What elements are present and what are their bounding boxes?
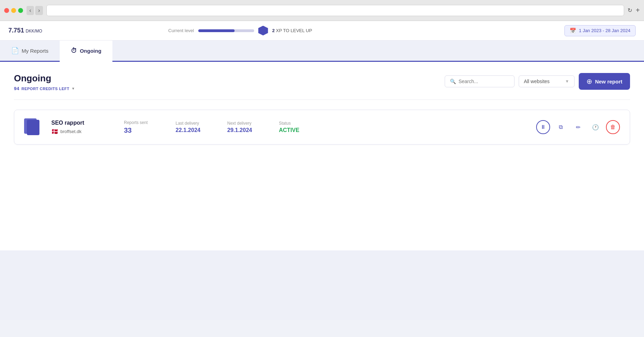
page-title-section: Ongoing 94 REPORT CREDITS LEFT ▼ (14, 73, 75, 91)
report-name: SEO rapport (51, 120, 114, 126)
domain-text: broffset.dk (60, 129, 81, 134)
close-button[interactable] (4, 8, 9, 13)
header-controls: 🔍 All websites ▼ ⊕ New report (445, 73, 630, 90)
price-display: 7.751 DKK/MO (8, 27, 42, 34)
report-card: SEO rapport 🇩🇰 broffset.dk Reports sent … (14, 110, 630, 145)
xp-icon (258, 26, 268, 36)
tab-my-reports-label: My Reports (22, 48, 49, 54)
minimize-button[interactable] (11, 8, 16, 13)
page-header: Ongoing 94 REPORT CREDITS LEFT ▼ 🔍 All w… (14, 73, 630, 91)
new-report-label: New report (595, 79, 622, 85)
level-section: Current level 2 XP TO LEVEL UP (168, 26, 312, 36)
next-delivery-stat: Next delivery 29.1.2024 (227, 121, 269, 133)
credits-count: 94 (14, 86, 19, 91)
plus-icon: ⊕ (586, 77, 592, 86)
status-stat: Status ACTIVE (279, 121, 321, 133)
date-range-text: 1 Jan 2023 - 28 Jan 2024 (579, 28, 630, 33)
tab-my-reports[interactable]: 📄 My Reports (0, 41, 60, 61)
xp-display: 2 XP TO LEVEL UP (272, 28, 312, 33)
footer-area (0, 250, 644, 320)
last-delivery-value: 22.1.2024 (176, 127, 217, 133)
new-tab-button[interactable]: + (636, 6, 640, 14)
current-level-label: Current level (168, 28, 194, 33)
copy-button[interactable]: ⧉ (554, 120, 568, 134)
tabs-row: 📄 My Reports ⏱ Ongoing (0, 41, 644, 62)
doc-front (27, 120, 39, 135)
back-button[interactable]: ‹ (27, 6, 34, 15)
reports-sent-stat: Reports sent 33 (124, 120, 166, 134)
calendar-icon: 📅 (570, 28, 576, 34)
filter-dropdown-arrow: ▼ (565, 79, 569, 84)
credits-label: REPORT CREDITS LEFT (21, 87, 69, 91)
search-box[interactable]: 🔍 (445, 75, 515, 87)
xp-label-text: XP TO LEVEL UP (276, 28, 312, 33)
my-reports-icon: 📄 (11, 47, 19, 54)
edit-button[interactable]: ✏ (571, 120, 585, 134)
progress-bar-fill (198, 29, 235, 32)
website-filter-dropdown[interactable]: All websites ▼ (519, 75, 575, 87)
price-value: 7.751 (8, 27, 24, 34)
next-delivery-label: Next delivery (227, 121, 269, 126)
schedule-button[interactable]: 🕐 (589, 120, 602, 134)
next-delivery-value: 29.1.2024 (227, 127, 269, 133)
last-delivery-label: Last delivery (176, 121, 217, 126)
page-title: Ongoing (14, 73, 75, 84)
divider (14, 100, 630, 100)
search-icon: 🔍 (450, 79, 456, 84)
forward-button[interactable]: › (35, 6, 43, 15)
maximize-button[interactable] (18, 8, 23, 13)
xp-number: 2 (272, 28, 275, 33)
website-filter-label: All websites (524, 79, 550, 84)
top-bar: 7.751 DKK/MO Current level 2 XP TO LEVEL… (0, 21, 644, 41)
traffic-lights (4, 8, 23, 13)
tab-ongoing-label: Ongoing (80, 48, 102, 54)
date-range[interactable]: 📅 1 Jan 2023 - 28 Jan 2024 (564, 25, 636, 36)
report-doc-icon (24, 118, 42, 136)
status-label: Status (279, 121, 321, 126)
pause-button[interactable]: ⏸ (536, 120, 550, 134)
progress-bar-container (198, 29, 254, 32)
report-name-section: SEO rapport 🇩🇰 broffset.dk (51, 120, 114, 135)
nav-buttons: ‹ › (27, 6, 43, 15)
new-report-button[interactable]: ⊕ New report (579, 73, 630, 90)
main-content: Ongoing 94 REPORT CREDITS LEFT ▼ 🔍 All w… (0, 62, 644, 250)
delete-button[interactable]: 🗑 (606, 120, 620, 134)
credits-badge: 94 REPORT CREDITS LEFT ▼ (14, 86, 75, 91)
ongoing-icon: ⏱ (71, 47, 77, 54)
status-value: ACTIVE (279, 127, 321, 133)
tab-ongoing[interactable]: ⏱ Ongoing (60, 41, 113, 62)
price-unit: DKK/MO (26, 29, 42, 34)
report-actions: ⏸ ⧉ ✏ 🕐 🗑 (536, 120, 620, 134)
reports-sent-label: Reports sent (124, 120, 166, 125)
report-domain: 🇩🇰 broffset.dk (51, 128, 114, 135)
credits-dropdown-arrow[interactable]: ▼ (72, 87, 75, 90)
address-bar[interactable] (46, 5, 624, 16)
last-delivery-stat: Last delivery 22.1.2024 (176, 121, 217, 133)
browser-chrome: ‹ › ↻ + (0, 0, 644, 21)
flag-icon: 🇩🇰 (51, 128, 58, 135)
search-input[interactable] (459, 79, 509, 84)
reload-button[interactable]: ↻ (628, 7, 632, 14)
reports-sent-value: 33 (124, 126, 166, 134)
